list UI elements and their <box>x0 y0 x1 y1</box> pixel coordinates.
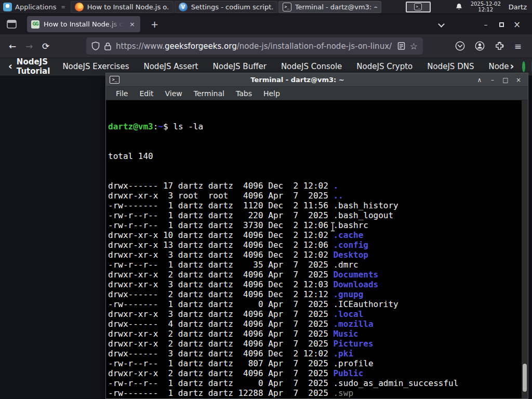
tab-close-button[interactable]: × <box>128 20 136 28</box>
taskbar-window-button[interactable]: VSettings - codium script... <box>175 1 277 13</box>
nav-link[interactable]: NodeJS Console <box>281 62 342 71</box>
nav-link[interactable]: NodeJS Exercises <box>62 62 129 71</box>
list-all-tabs-chevron-icon[interactable] <box>438 21 445 28</box>
ls-filename: Music <box>333 329 358 339</box>
url-text: https://www.geeksforgeeks.org/node-js/in… <box>116 42 393 51</box>
ls-row: -rw------- 1 dartz dartz 1120 Dec 2 11:5… <box>108 201 521 210</box>
ls-filename: .pki <box>333 349 353 358</box>
taskbar-window-title: Settings - codium script... <box>191 3 273 11</box>
applications-label: Applications <box>15 3 56 11</box>
ls-filename: .cache <box>333 230 363 240</box>
ls-filename: .gnupg <box>333 289 363 299</box>
ls-filename: Desktop <box>333 250 368 260</box>
terminal-menu-bar: FileEditViewTerminalTabsHelp <box>106 87 528 100</box>
terminal-shade-button[interactable]: ∧ <box>475 76 484 84</box>
terminal-menu-file[interactable]: File <box>110 89 134 98</box>
vscodium-icon: V <box>179 3 188 11</box>
reload-button[interactable]: ⟳ <box>37 38 54 55</box>
ls-row: drwxr-xr-x 3 dartz dartz 4096 Dec 2 12:0… <box>108 250 521 260</box>
taskbar-window-title: How to Install Node.js o... <box>87 3 169 11</box>
terminal-icon: >_ <box>283 3 291 11</box>
terminal-scrollbar-thumb[interactable] <box>523 364 527 392</box>
ls-row: -rw------- 1 dartz dartz 12288 Apr 7 202… <box>108 388 521 398</box>
nav-link[interactable]: Node <box>488 62 509 71</box>
account-icon[interactable] <box>475 41 485 51</box>
workspace-switcher[interactable]: >_ <box>406 2 431 12</box>
nav-scroll-right-chevron[interactable]: › <box>510 60 514 72</box>
terminal-menu-terminal[interactable]: Terminal <box>188 89 230 98</box>
ls-filename: .dmrc <box>333 260 358 270</box>
nav-link[interactable]: NodeJS Assert <box>143 62 198 71</box>
terminal-title-bar[interactable]: >_ Terminal - dartz@vm3: ~ ∧ – □ × <box>106 73 528 87</box>
terminal-menu-help[interactable]: Help <box>258 89 286 98</box>
terminal-menu-view[interactable]: View <box>159 89 188 98</box>
browser-tab-active[interactable]: GG How to Install Node.js on × <box>27 16 140 32</box>
notification-bell-icon[interactable] <box>455 3 463 11</box>
tracking-protection-shield-icon[interactable] <box>91 42 100 50</box>
firefox-icon <box>75 3 84 11</box>
url-scheme: https://www. <box>116 42 165 51</box>
ls-row: drwxr-xr-x 2 dartz dartz 4096 Apr 7 2025… <box>108 339 521 349</box>
ls-row: drwxr-xr-x 3 dartz dartz 4096 Dec 2 12:0… <box>108 280 521 289</box>
terminal-total-line: total 140 <box>108 151 521 161</box>
ls-filename: .config <box>333 240 368 250</box>
terminal-menu-edit[interactable]: Edit <box>134 89 159 98</box>
maximize-icon <box>499 22 504 27</box>
bookmark-star-icon[interactable]: ☆ <box>410 41 418 51</box>
browser-toolbar: ← → ⟳ https://www.geeksforgeeks.org/node… <box>0 34 532 58</box>
terminal-output[interactable]: dartz@vm3:~$ ls -la total 140 drwx------… <box>106 100 528 398</box>
ls-row: drwxr-xr-x 2 dartz dartz 4096 Apr 7 2025… <box>108 329 521 339</box>
ls-row: drwxr-xr-x 2 dartz dartz 4096 Apr 7 2025… <box>108 368 521 378</box>
browser-tab-bar: GG How to Install Node.js on × + – × <box>0 14 532 34</box>
nav-scroll-left-chevron[interactable]: ‹ <box>8 60 12 72</box>
ls-filename: Public <box>333 368 363 378</box>
tab-bar-controls: – × <box>439 19 532 30</box>
ls-filename: Downloads <box>333 280 378 289</box>
ls-row: drwxr-xr-x 13 dartz dartz 4096 Dec 2 12:… <box>108 240 521 250</box>
ls-filename: .bash_logout <box>333 210 393 220</box>
ls-filename: .mozilla <box>333 319 373 329</box>
user-menu[interactable]: Dartz <box>509 3 527 11</box>
window-maximize-button[interactable] <box>494 20 509 29</box>
ls-filename: .local <box>333 309 363 319</box>
panel-clock[interactable]: 2025-12-02 12:12 <box>471 1 501 12</box>
extensions-puzzle-icon[interactable] <box>495 41 504 51</box>
nav-link-tutorial[interactable]: NodeJS Tutorial <box>17 57 50 76</box>
nav-link[interactable]: NodeJS Buffer <box>213 62 267 71</box>
ls-row: -rw-r--r-- 1 dartz dartz 0 Apr 7 2025 .s… <box>108 378 521 388</box>
terminal-scrollbar-track[interactable] <box>522 100 528 398</box>
terminal-menu-tabs[interactable]: Tabs <box>230 89 258 98</box>
terminal-minimize-button[interactable]: – <box>488 76 497 84</box>
reader-mode-icon[interactable] <box>397 42 405 50</box>
pocket-icon[interactable] <box>455 41 465 51</box>
taskbar-window-button[interactable]: How to Install Node.js o... <box>71 1 174 13</box>
nav-link[interactable]: NodeJS Crypto <box>356 62 413 71</box>
window-minimize-button[interactable]: – <box>478 20 494 29</box>
ls-filename: .. <box>333 191 343 201</box>
text-cursor-ibeam <box>330 222 336 232</box>
terminal-close-button[interactable]: × <box>514 76 523 84</box>
forward-button[interactable]: → <box>21 38 37 55</box>
back-button[interactable]: ← <box>4 38 21 55</box>
applications-menu-button[interactable]: Applications ≡ <box>0 0 70 14</box>
terminal-window-title: Terminal - dartz@vm3: ~ <box>119 76 475 84</box>
panel-grip-icon: ≡ <box>61 4 65 10</box>
prompt-dollar: $ <box>163 122 173 131</box>
ls-row: -rw-r--r-- 1 dartz dartz 220 Apr 7 2025 … <box>108 210 521 220</box>
new-tab-button[interactable]: + <box>148 19 162 30</box>
window-close-button[interactable]: × <box>509 19 525 30</box>
hamburger-menu-icon[interactable]: ≡ <box>514 41 522 51</box>
ls-row: drwx------ 4 dartz dartz 4096 Apr 7 2025… <box>108 319 521 329</box>
ls-output: drwx------ 17 dartz dartz 4096 Dec 2 12:… <box>108 181 521 398</box>
nav-link[interactable]: NodeJS DNS <box>427 62 474 71</box>
taskbar-window-button[interactable]: >_Terminal - dartz@vm3: ~ <box>278 1 381 13</box>
terminal-maximize-button[interactable]: □ <box>501 76 510 84</box>
ls-filename: .ICEauthority <box>333 299 398 309</box>
ls-row: -rw------- 1 dartz dartz 0 Apr 7 2025 .I… <box>108 299 521 309</box>
lock-icon[interactable] <box>104 42 111 50</box>
gfg-search-icon[interactable] <box>522 61 525 72</box>
ls-row: drwxr-xr-x 10 dartz dartz 4096 Dec 2 12:… <box>108 230 521 240</box>
firefox-view-button[interactable] <box>4 18 19 31</box>
geeksforgeeks-favicon: GG <box>31 20 39 29</box>
url-bar[interactable]: https://www.geeksforgeeks.org/node-js/in… <box>86 37 423 55</box>
